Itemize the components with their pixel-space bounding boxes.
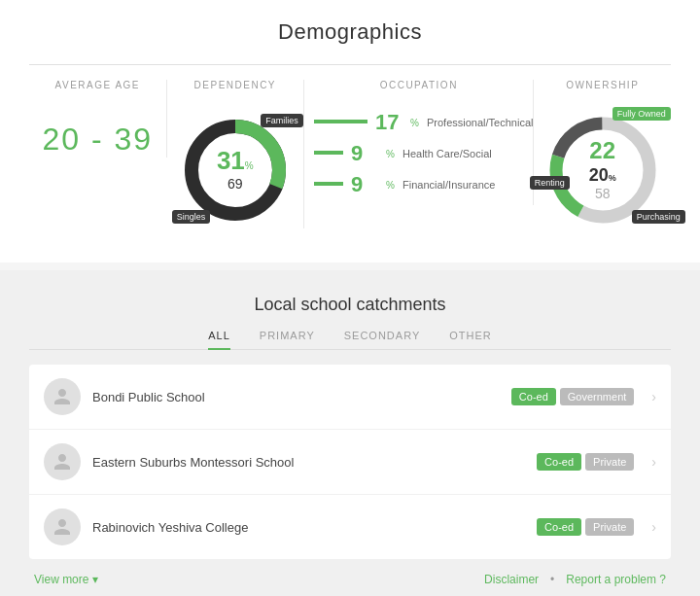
families-label: Families [261, 114, 303, 127]
person-icon-2 [52, 517, 72, 537]
average-age-label: AVERAGE AGE [55, 80, 140, 90]
chevron-icon-0: › [651, 389, 656, 404]
chevron-down-icon: ▾ [92, 573, 98, 586]
dependency-label: DEPENDENCY [194, 80, 276, 90]
occupation-list: 17% Professional/Technical 9% Health Car… [314, 112, 533, 205]
dependency-families-value: 31 [217, 146, 245, 175]
average-age-value: 20 - 39 [42, 122, 153, 158]
tag-coed-0: Co-ed [511, 388, 556, 405]
chevron-icon-1: › [651, 454, 656, 470]
occ-value-0: 17 [375, 112, 402, 133]
ownership-donut: 22 20% 58 Fully Owned Renting Purchasing [540, 107, 666, 233]
occ-row-1: 9% Health Care/Social [314, 143, 533, 164]
tab-other[interactable]: OTHER [449, 330, 492, 349]
average-age-column: AVERAGE AGE 20 - 39 [29, 80, 167, 158]
person-icon-0 [52, 387, 72, 406]
person-icon-1 [52, 452, 72, 472]
occ-value-1: 9 [351, 143, 378, 164]
school-row-0[interactable]: Bondi Public School Co-ed Government › [29, 365, 671, 430]
purchasing-label: Purchasing [632, 210, 685, 224]
ownership-58: 58 [589, 187, 616, 203]
occ-label-1: Health Care/Social [402, 148, 492, 159]
demographics-section: Demographics AVERAGE AGE 20 - 39 DEPENDE… [0, 0, 700, 263]
school-avatar-0 [44, 378, 81, 415]
school-tags-2: Co-ed Private [537, 518, 634, 536]
dependency-center: 31% 69 [217, 148, 254, 193]
occ-label-2: Financial/Insurance [402, 179, 495, 191]
occ-bar-2 [314, 182, 343, 186]
view-more-button[interactable]: View more ▾ [34, 573, 98, 586]
school-row-1[interactable]: Eastern Suburbs Montessori School Co-ed … [29, 430, 671, 495]
occupation-column: OCCUPATION 17% Professional/Technical 9%… [304, 80, 534, 205]
fully-owned-label: Fully Owned [612, 107, 671, 121]
dependency-column: DEPENDENCY 31% 69 Families Singles [167, 80, 305, 228]
report-link[interactable]: Report a problem ? [566, 573, 666, 586]
occ-bar-wrap-1 [314, 151, 343, 157]
ownership-column: OWNERSHIP 22 20% 58 Fully Owned Renting [534, 80, 671, 233]
dependency-singles-value: 69 [228, 176, 243, 192]
tab-secondary[interactable]: SECONDARY [344, 330, 420, 349]
occ-label-0: Professional/Technical [427, 117, 533, 128]
ownership-center: 22 20% 58 [589, 137, 616, 202]
ownership-22: 22 [589, 137, 615, 163]
ownership-20: 20% [589, 165, 616, 187]
occ-bar-wrap-0 [314, 120, 368, 125]
disclaimer-link[interactable]: Disclaimer [484, 573, 539, 586]
footer-links: Disclaimer • Report a problem ? [484, 573, 666, 586]
tag-coed-1: Co-ed [537, 453, 581, 471]
occ-row-2: 9% Financial/Insurance [314, 174, 533, 195]
school-list: Bondi Public School Co-ed Government › E… [29, 365, 671, 559]
tag-coed-2: Co-ed [537, 518, 581, 536]
dependency-pct: % [245, 160, 254, 171]
occupation-label: OCCUPATION [380, 80, 458, 90]
chevron-icon-2: › [651, 519, 656, 535]
school-name-2: Rabinovich Yeshiva College [92, 520, 525, 535]
school-avatar-1 [44, 443, 81, 480]
occ-row-0: 17% Professional/Technical [314, 112, 533, 133]
ownership-label: OWNERSHIP [566, 80, 639, 90]
view-more-label: View more [34, 573, 88, 586]
demographics-grid: AVERAGE AGE 20 - 39 DEPENDENCY 31% 69 [29, 64, 671, 233]
tag-type-2: Private [585, 518, 634, 536]
singles-label: Singles [172, 210, 211, 224]
footer-separator: • [550, 573, 554, 586]
school-name-1: Eastern Suburbs Montessori School [92, 455, 525, 470]
schools-title: Local school catchments [29, 295, 671, 315]
renting-label: Renting [530, 176, 570, 190]
dependency-donut: 31% 69 Families Singles [177, 112, 294, 228]
page-title: Demographics [29, 19, 671, 45]
tab-all[interactable]: ALL [208, 330, 230, 349]
footer-row: View more ▾ Disclaimer • Report a proble… [29, 573, 671, 586]
schools-tabs: ALL PRIMARY SECONDARY OTHER [29, 330, 671, 350]
school-tags-1: Co-ed Private [537, 453, 634, 471]
occ-bar-wrap-2 [314, 182, 343, 188]
school-row-2[interactable]: Rabinovich Yeshiva College Co-ed Private… [29, 495, 671, 559]
tag-type-1: Private [585, 453, 634, 471]
school-tags-0: Co-ed Government [511, 388, 635, 405]
school-avatar-2 [44, 508, 81, 545]
tag-type-0: Government [560, 388, 635, 405]
schools-section: Local school catchments ALL PRIMARY SECO… [0, 270, 700, 596]
occ-bar-0 [314, 120, 368, 123]
school-name-0: Bondi Public School [92, 390, 500, 404]
occ-bar-1 [314, 151, 343, 155]
occ-value-2: 9 [351, 174, 378, 195]
tab-primary[interactable]: PRIMARY [260, 330, 315, 349]
